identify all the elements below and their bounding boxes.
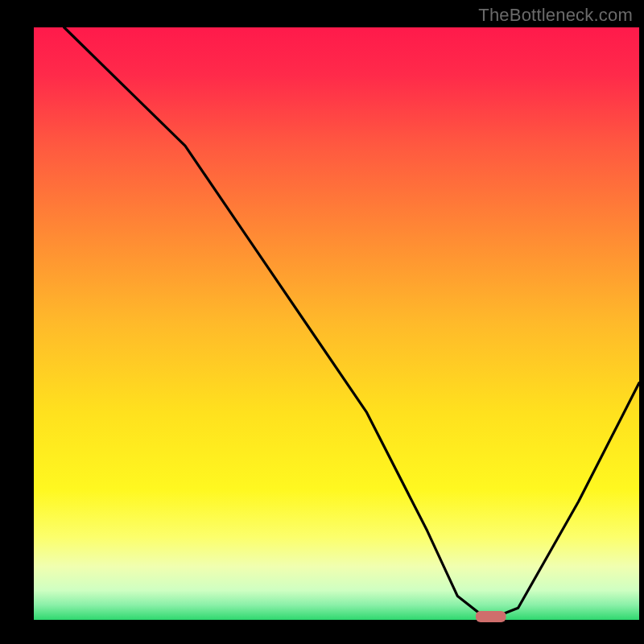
optimal-zone-marker xyxy=(476,611,506,622)
chart-svg xyxy=(0,0,644,644)
plot-gradient xyxy=(34,27,639,620)
watermark-text: TheBottleneck.com xyxy=(478,5,633,26)
chart-frame: { "watermark": "TheBottleneck.com", "cha… xyxy=(0,0,644,644)
